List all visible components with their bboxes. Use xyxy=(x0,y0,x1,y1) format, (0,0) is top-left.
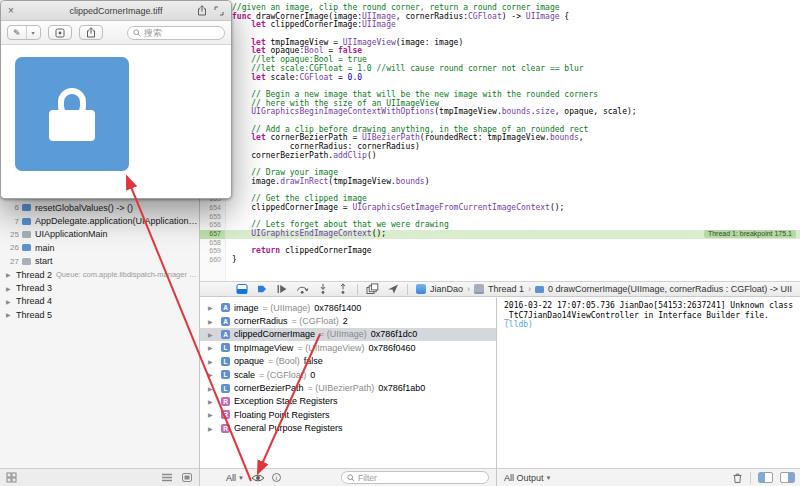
fullscreen-icon[interactable] xyxy=(214,2,224,20)
disclosure-triangle-icon[interactable]: ▶ xyxy=(208,371,215,378)
stack-frame-row[interactable]: 7AppDelegate.application(UIApplication, … xyxy=(0,214,199,227)
step-over-button[interactable] xyxy=(296,283,309,295)
thread-queue-detail: Queue: com.apple.libdispatch-manager (se… xyxy=(56,270,199,279)
step-out-button[interactable] xyxy=(337,283,349,295)
thread-row[interactable]: ▶Thread 3 xyxy=(0,281,199,294)
disclosure-triangle-icon[interactable]: ▶ xyxy=(208,411,215,418)
quicklook-search-input[interactable] xyxy=(144,28,219,38)
code-line[interactable]: 660} xyxy=(200,256,800,265)
thread-icon xyxy=(474,284,484,294)
variables-scope-dropdown[interactable]: All ▼ xyxy=(226,473,244,483)
code-line[interactable]: cornerBezierPath.addClip() xyxy=(200,152,800,161)
code-text: clippedCornerImage = UIGraphicsGetImageF… xyxy=(225,204,564,213)
code-text: cornerBezierPath.addClip() xyxy=(225,152,377,161)
hide-debug-area-button[interactable] xyxy=(236,283,248,295)
breadcrumb-thread[interactable]: Thread 1 xyxy=(488,284,524,294)
line-number: 654 xyxy=(200,204,225,213)
frame-icon xyxy=(22,244,31,251)
disclosure-triangle-icon[interactable]: ▶ xyxy=(208,331,215,338)
stack-frame-row[interactable]: 27start xyxy=(0,255,199,268)
code-line[interactable]: let clippedCornerImage:UIImage xyxy=(200,21,800,30)
variable-row[interactable]: ▶RGeneral Purpose Registers xyxy=(200,422,496,435)
variable-type: = (UIBezierPath) xyxy=(308,383,375,393)
variable-row[interactable]: ▶Aimage= (UIImage)0x786f1400 xyxy=(200,301,496,314)
variable-row[interactable]: ▶Lopaque= (Bool)false xyxy=(200,355,496,368)
variable-row[interactable]: ▶LtmpImageView= (UIImageView)0x786f0460 xyxy=(200,341,496,354)
line-number: 655 xyxy=(200,213,225,222)
print-description-button[interactable]: i xyxy=(272,473,281,482)
code-line[interactable]: UIGraphicsBeginImageContextWithOptions(t… xyxy=(200,108,800,117)
share-button[interactable] xyxy=(79,25,103,40)
frame-number: 6 xyxy=(6,203,19,212)
disclosure-triangle-icon[interactable]: ▶ xyxy=(208,318,215,325)
code-line[interactable]: let scale:CGFloat = 0.0 xyxy=(200,74,800,83)
code-text: image.drawInRect(tmpImageView.bounds) xyxy=(225,178,430,187)
clear-console-button[interactable] xyxy=(732,472,743,484)
variable-type: = (Bool) xyxy=(268,356,300,366)
disclosure-triangle-icon[interactable]: ▶ xyxy=(208,425,215,432)
variable-row[interactable]: ▶LcornerBezierPath= (UIBezierPath)0x786f… xyxy=(200,381,496,394)
disclosure-triangle-icon[interactable]: ▶ xyxy=(208,385,215,392)
breadcrumb-frame[interactable]: 0 drawCornerImage(UIImage, cornerRadius … xyxy=(548,284,792,294)
debug-bar: JianDao › Thread 1 › 0 drawCornerImage(U… xyxy=(200,281,800,297)
variable-type: = (UIImage) xyxy=(319,329,367,339)
stack-frame-row[interactable]: 6resetGlobalValues() -> () xyxy=(0,201,199,214)
disclosure-triangle-icon[interactable]: ▶ xyxy=(208,344,215,351)
toggle-variables-pane-button[interactable] xyxy=(758,472,773,483)
disclosure-triangle-icon[interactable]: ▶ xyxy=(6,311,13,318)
step-into-button[interactable] xyxy=(317,283,329,295)
variable-name: clippedCornerImage xyxy=(234,329,315,339)
stack-frame-row[interactable]: 25UIApplicationMain xyxy=(0,228,199,241)
variable-row[interactable]: ▶RException State Registers xyxy=(200,395,496,408)
stack-depth-icon[interactable] xyxy=(161,472,173,483)
quicklook-titlebar[interactable]: clippedCornerImage.tiff × xyxy=(1,1,231,21)
markup-pencil-button[interactable]: ✎ xyxy=(8,26,26,39)
variable-row[interactable]: ▶Lscale= (CGFloat)0 xyxy=(200,368,496,381)
disclosure-triangle-icon[interactable]: ▶ xyxy=(208,398,215,405)
variables-filter-field[interactable] xyxy=(341,471,489,484)
thread-row[interactable]: ▶Thread 5 xyxy=(0,308,199,321)
source-editor[interactable]: //given an image, clip the round corner,… xyxy=(200,0,800,281)
simulate-location-button[interactable] xyxy=(387,283,399,295)
console-scope-label: All Output xyxy=(504,473,544,483)
filter-running-icon[interactable] xyxy=(181,472,193,483)
disclosure-triangle-icon[interactable]: ▶ xyxy=(6,271,13,278)
code-text: UIGraphicsBeginImageContextWithOptions(t… xyxy=(225,108,637,117)
stack-frames: 6resetGlobalValues() -> ()7AppDelegate.a… xyxy=(0,201,199,268)
continue-button[interactable] xyxy=(276,283,288,295)
stack-frame-row[interactable]: 26main xyxy=(0,241,199,254)
thread-row[interactable]: ▶Thread 4 xyxy=(0,295,199,308)
disclosure-triangle-icon[interactable]: ▶ xyxy=(208,304,215,311)
tiff-preview-image[interactable] xyxy=(15,57,129,171)
variable-row[interactable]: ▶AclippedCornerImage= (UIImage)0x786f1dc… xyxy=(200,328,496,341)
breakpoints-toggle-button[interactable] xyxy=(256,283,268,295)
code-line[interactable]: 657 UIGraphicsEndImageContext();Thread 1… xyxy=(200,230,800,239)
console-scope-dropdown[interactable]: All Output ▼ xyxy=(504,473,551,483)
quicklook-search-field[interactable] xyxy=(127,26,225,40)
debug-view-hierarchy-button[interactable] xyxy=(366,283,379,295)
variable-row[interactable]: ▶RFloating Point Registers xyxy=(200,408,496,421)
thread-row[interactable]: ▶Thread 2Queue: com.apple.libdispatch-ma… xyxy=(0,268,199,281)
frame-label: AppDelegate.application(UIApplication, w… xyxy=(35,216,199,226)
breadcrumb-process[interactable]: JianDao xyxy=(430,284,463,294)
close-icon[interactable]: × xyxy=(8,6,14,16)
console-output[interactable]: 2016-03-22 17:07:05.736 JianDao[54153:26… xyxy=(504,301,795,330)
share-icon[interactable] xyxy=(197,2,207,20)
markup-dropdown-button[interactable]: ▾ xyxy=(26,26,40,39)
variable-name: opaque xyxy=(234,356,264,366)
process-view-icon[interactable] xyxy=(6,472,17,483)
code-line[interactable]: image.drawInRect(tmpImageView.bounds) xyxy=(200,178,800,187)
disclosure-triangle-icon[interactable]: ▶ xyxy=(6,285,13,292)
open-with-button[interactable] xyxy=(48,25,72,40)
variable-row[interactable]: ▶AcornerRadius= (CGFloat)2 xyxy=(200,314,496,327)
code-line[interactable]: 659 return clippedCornerImage xyxy=(200,247,800,256)
variables-footer-bar: All ▼ i xyxy=(200,468,496,486)
breakpoint-annotation-badge[interactable]: Thread 1: breakpoint 175.1 xyxy=(704,230,796,238)
variables-filter-input[interactable] xyxy=(358,473,483,483)
disclosure-triangle-icon[interactable]: ▶ xyxy=(208,358,215,365)
disclosure-triangle-icon[interactable]: ▶ xyxy=(6,298,13,305)
quicklook-eye-button[interactable] xyxy=(251,473,265,483)
code-line[interactable]: 654 clippedCornerImage = UIGraphicsGetIm… xyxy=(200,204,800,213)
code-text: return clippedCornerImage xyxy=(225,247,372,256)
toggle-console-pane-button[interactable] xyxy=(780,472,795,483)
